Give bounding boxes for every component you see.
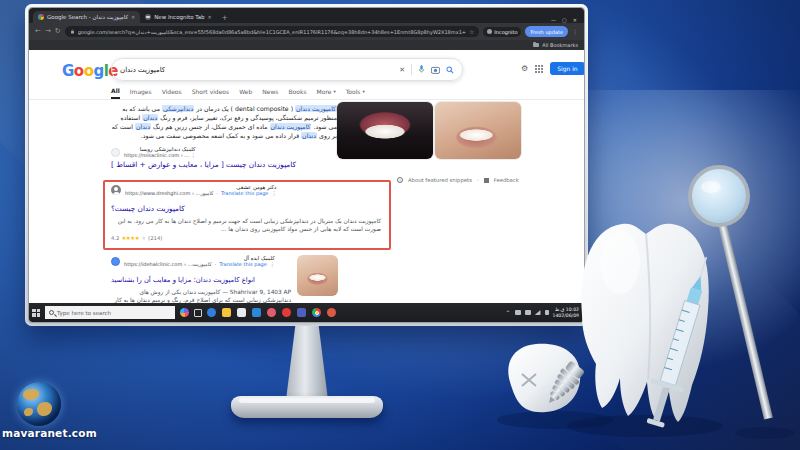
tab-close-icon[interactable]: ✕	[131, 14, 135, 20]
monitor-stand-base	[231, 396, 383, 418]
chrome-taskbar-icon[interactable]	[312, 308, 321, 317]
filter-tab-books[interactable]: Books	[288, 88, 306, 98]
rating-value: 4.2	[111, 235, 119, 241]
result-menu-icon[interactable]: ⋮	[270, 261, 275, 267]
source-url: https://roisaclinic.com › ... ⋮	[124, 152, 196, 158]
globe-logo	[17, 382, 61, 426]
tab-new-incognito[interactable]: New Incognito Tab ✕	[140, 11, 217, 23]
filter-tab-all[interactable]: All	[111, 87, 120, 99]
forward-icon[interactable]: →	[45, 28, 51, 35]
result-title-link[interactable]: کامپوزیت دندان چیست؟	[111, 204, 185, 213]
edge-taskbar-icon[interactable]	[207, 308, 216, 317]
keyboard-icon[interactable]	[515, 310, 521, 315]
sign-in-button[interactable]: Sign in	[550, 62, 584, 75]
task-view-icon[interactable]	[194, 309, 202, 317]
lock-icon	[70, 29, 75, 34]
bookmarks-bar: All Bookmarks	[29, 40, 584, 50]
result-snippet: Shahrivar 9, 1403 AP — کامپوزیت دندان یک…	[111, 288, 291, 303]
result-title-link[interactable]: انواع کامپوزیت دندان؛ مزایا و معایب آن ر…	[111, 276, 255, 284]
background-streak	[600, 270, 800, 450]
about-featured-snippets-link[interactable]: About featured snippets	[408, 177, 472, 183]
settings-gear-icon[interactable]: ⚙	[521, 65, 528, 73]
google-logo[interactable]: Google	[62, 62, 118, 80]
divider	[29, 99, 584, 100]
featured-snippet-source[interactable]: کلینیک دندانپزشکی رویسا https://roisacli…	[111, 146, 196, 158]
google-lens-icon[interactable]	[431, 66, 440, 74]
filter-tab-short-videos[interactable]: Short videos	[192, 88, 230, 98]
search-input[interactable]: کامپوزیت دندان	[120, 66, 399, 74]
search-result: کلینیک ایده آل https://idehalclinic.com …	[111, 255, 291, 303]
result-thumbnail-smile-photo[interactable]	[297, 255, 338, 296]
search-result: دکتر هومن عشقی https://www.dreshghi.com …	[111, 184, 381, 241]
incognito-icon	[145, 14, 151, 20]
search-icon[interactable]	[446, 66, 454, 74]
cortana-icon[interactable]	[180, 308, 189, 317]
filter-tab-label: All	[111, 87, 120, 94]
start-button[interactable]	[32, 309, 40, 317]
filter-tab-label: Books	[288, 88, 306, 95]
reload-icon[interactable]: ↻	[55, 28, 61, 35]
taskbar-clock[interactable]: 10:02 ق.ظ 1402/06/09	[553, 307, 581, 319]
clear-search-icon[interactable]: ✕	[399, 66, 405, 74]
tooth-implant	[508, 344, 586, 412]
filter-tab-label: Short videos	[192, 88, 230, 95]
filter-tab-images[interactable]: Images	[130, 88, 152, 98]
tab-google-search[interactable]: Google Search - کامپوزیت دندان ✕	[33, 11, 140, 23]
star-icons: ★★★★	[121, 235, 139, 241]
system-tray: ⌃ 10:02 ق.ظ 1402/06/09	[505, 307, 581, 319]
result-menu-icon[interactable]: ⋮	[271, 190, 276, 196]
all-bookmarks-button[interactable]: All Bookmarks	[542, 42, 578, 48]
mail-taskbar-icon[interactable]	[237, 308, 246, 317]
teams-taskbar-icon[interactable]	[297, 308, 306, 317]
photos-taskbar-icon[interactable]	[267, 308, 276, 317]
tray-expand-icon[interactable]: ⌃	[505, 309, 510, 316]
featured-snippet-title-link[interactable]: کامپوزیت دندان چیست [ مزایا ، معایب و عو…	[111, 160, 296, 169]
network-icon[interactable]	[535, 310, 541, 315]
monitor: Google Search - کامپوزیت دندان ✕ New Inc…	[25, 4, 588, 326]
filter-tab-more[interactable]: More▾	[317, 88, 336, 98]
result-menu-icon[interactable]: ⋮	[191, 152, 196, 158]
opera-taskbar-icon[interactable]	[282, 308, 291, 317]
filter-tab-videos[interactable]: Videos	[162, 88, 182, 98]
tooth-shadow	[567, 415, 723, 437]
search-box[interactable]: کامپوزیت دندان ✕	[111, 58, 463, 81]
teeth-retractor-photo[interactable]	[337, 102, 433, 159]
feedback-link[interactable]: Feedback	[494, 177, 519, 183]
google-apps-icon[interactable]	[535, 65, 543, 73]
filter-tab-tools[interactable]: Tools▾	[346, 88, 365, 98]
onedrive-taskbar-icon[interactable]	[252, 308, 261, 317]
translate-page-link[interactable]: Translate this page	[221, 190, 269, 196]
filter-tab-label: Tools	[346, 88, 361, 95]
snippet-text: قرار داده می شود و به کمک اشعه مخصوصی سف…	[141, 132, 301, 139]
taskbar-search-box[interactable]: Type here to search	[45, 306, 175, 319]
bookmarks-folder-icon	[533, 43, 539, 47]
back-icon[interactable]: ←	[35, 28, 41, 35]
microphone-icon[interactable]	[418, 65, 425, 74]
featured-snippet-footer: i About featured snippets · Feedback	[397, 177, 519, 183]
update-chrome-button[interactable]: Fresh update	[525, 26, 568, 37]
bookmark-star-icon[interactable]: ☆	[469, 28, 474, 35]
results-filter-tabs: AllImagesVideosShort videosWebNewsBooksM…	[111, 87, 365, 99]
address-bar[interactable]: google.com/search?q=کامپوزیت+دندان&sca_e…	[65, 26, 480, 37]
search-icon	[49, 310, 54, 315]
new-tab-button[interactable]: +	[222, 13, 228, 23]
tab-close-icon[interactable]: ✕	[208, 14, 212, 20]
filter-tab-label: Web	[239, 88, 252, 95]
incognito-icon	[487, 29, 492, 34]
volume-icon[interactable]	[545, 310, 549, 315]
file-explorer-taskbar-icon[interactable]	[222, 308, 231, 317]
browser-menu-icon[interactable]: ⋮	[572, 28, 578, 35]
result-rating: 4.2 ★★★★★ (214)	[111, 235, 381, 241]
filter-tab-news[interactable]: News	[262, 88, 278, 98]
snippet-text: ( dental composite ) یک درمان در	[194, 105, 295, 112]
site-favicon	[111, 148, 120, 157]
google-results-page: Google کامپوزیت دندان ✕	[29, 50, 584, 303]
smiling-woman-photo[interactable]	[435, 102, 521, 159]
translate-page-link[interactable]: Translate this page	[219, 261, 267, 267]
battery-icon[interactable]	[525, 310, 531, 315]
highlighted-term: دندانپزشکی	[162, 105, 194, 112]
implant-shadow	[497, 411, 613, 429]
chevron-down-icon: ▾	[362, 89, 364, 94]
settings-taskbar-icon[interactable]	[327, 308, 336, 317]
filter-tab-web[interactable]: Web	[239, 88, 252, 98]
